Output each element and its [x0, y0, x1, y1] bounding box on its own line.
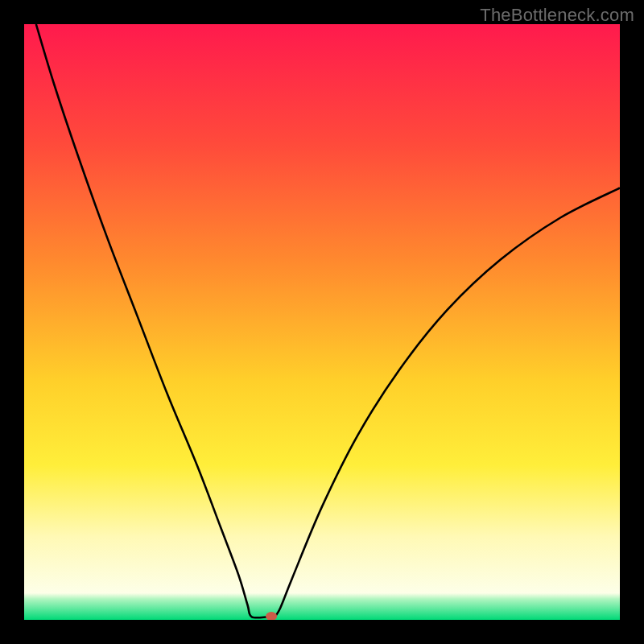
chart-frame: TheBottleneck.com	[0, 0, 644, 644]
bottleneck-curve	[36, 24, 620, 617]
optimal-point-marker	[266, 612, 277, 620]
curve-layer	[24, 24, 620, 620]
plot-area	[24, 24, 620, 620]
watermark-text: TheBottleneck.com	[480, 5, 634, 26]
